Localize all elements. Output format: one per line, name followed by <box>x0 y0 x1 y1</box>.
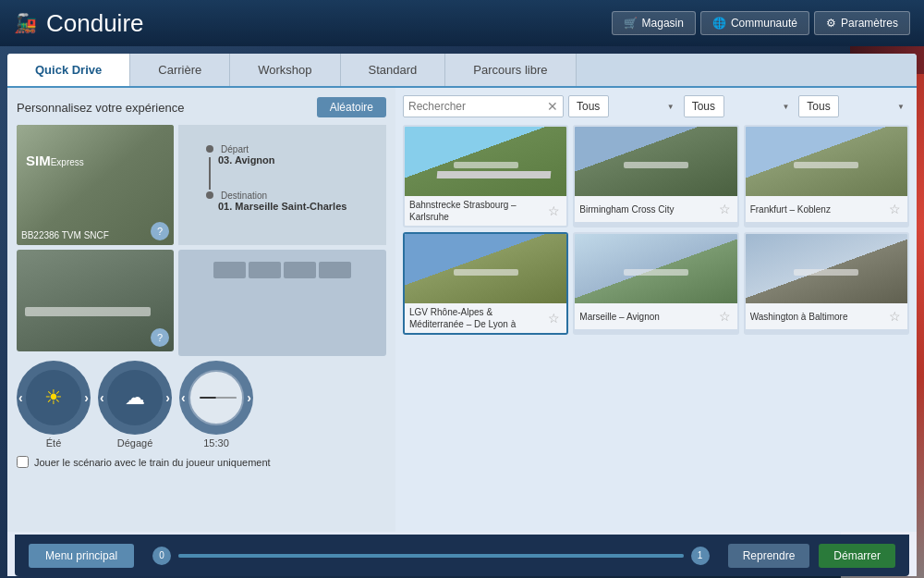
route-detail-panel: Départ 03. Avignon Destination 01. Marse… <box>178 125 386 245</box>
route-selector-top: SIMExpress BB22386 TVM SNCF ? Départ 03.… <box>17 125 386 245</box>
tab-parcours-libre[interactable]: Parcours libre <box>445 54 576 86</box>
route-card-footer: Bahnstrecke Strasbourg – Karlsruhe ☆ <box>405 196 566 226</box>
time-prev-button[interactable]: ‹ <box>181 390 186 405</box>
season-prev-button[interactable]: ‹ <box>18 390 23 405</box>
route-card-image <box>405 127 566 196</box>
reprendre-button[interactable]: Reprendre <box>728 544 810 568</box>
route-line <box>209 157 211 190</box>
dest-name: 01. Marseille Saint-Charles <box>218 201 346 212</box>
route-card-image <box>575 127 736 196</box>
main-menu-button[interactable]: Menu principal <box>29 544 134 568</box>
filter3-select[interactable]: Tous <box>798 95 839 117</box>
route-card-name: Birmingham Cross City <box>579 203 716 215</box>
depart-name: 03. Avignon <box>218 154 275 166</box>
filters-row: ✕ Tous Tous Tous <box>403 95 909 117</box>
left-panel: Personnalisez votre expérience Aléatoire… <box>7 88 395 532</box>
thumbnail-bg <box>17 125 174 245</box>
tab-workshop[interactable]: Workshop <box>230 54 340 86</box>
train-decoration <box>794 162 858 168</box>
depart-dot <box>206 145 213 153</box>
filter-and-search-wrap: ✕ Tous Tous Tous <box>403 95 909 117</box>
player-train-checkbox[interactable] <box>17 456 29 468</box>
route-card-footer: Frankfurt – Koblenz ☆ <box>746 196 907 222</box>
train-decoration <box>794 269 858 276</box>
sim-express-logo: SIMExpress <box>26 153 84 168</box>
main-content: Quick Drive Carrière Workshop Standard P… <box>7 54 917 576</box>
route-card[interactable]: Bahnstrecke Strasbourg – Karlsruhe ☆ <box>403 125 568 228</box>
train-icon-4 <box>319 262 351 278</box>
route-card[interactable]: Frankfurt – Koblenz ☆ <box>744 125 909 228</box>
shop-label: Magasin <box>642 17 684 30</box>
panel-header: Personnalisez votre expérience Aléatoire <box>17 97 386 117</box>
tabs-bar: Quick Drive Carrière Workshop Standard P… <box>7 54 917 88</box>
route-map-panel <box>178 250 386 356</box>
star-button[interactable]: ☆ <box>887 202 903 216</box>
route-card-image <box>575 234 736 303</box>
train-decoration <box>624 269 688 276</box>
tab-carriere[interactable]: Carrière <box>130 54 230 86</box>
season-dial-inner: ☀ <box>26 370 81 425</box>
filter2-select[interactable]: Tous <box>684 95 724 117</box>
route-card-image <box>746 234 907 303</box>
community-button[interactable]: 🌐 Communauté <box>700 11 809 35</box>
search-input[interactable] <box>408 100 547 113</box>
tab-standard[interactable]: Standard <box>341 54 446 86</box>
train-logo-icon: 🚂 <box>14 12 37 34</box>
star-button[interactable]: ☆ <box>887 309 903 324</box>
time-dial[interactable]: ‹ › <box>179 361 253 435</box>
route-card[interactable]: LGV Rhône-Alpes & Méditerranée – De Lyon… <box>403 232 568 335</box>
dest-dot <box>206 191 213 199</box>
route-thumbnail-main[interactable]: SIMExpress BB22386 TVM SNCF ? <box>17 125 174 245</box>
search-clear-icon[interactable]: ✕ <box>547 99 558 114</box>
star-button[interactable]: ☆ <box>546 203 562 218</box>
train-icon-1 <box>213 262 246 278</box>
slider-right-value: 1 <box>691 547 710 565</box>
dest-point: Destination 01. Marseille Saint-Charles <box>206 190 346 212</box>
demarrer-button[interactable]: Démarrer <box>819 544 895 568</box>
shop-button[interactable]: 🛒 Magasin <box>612 11 696 35</box>
route-selector-bottom: ? <box>17 250 386 356</box>
filter3-wrap: Tous <box>798 95 909 117</box>
star-button[interactable]: ☆ <box>717 202 733 216</box>
community-icon: 🌐 <box>712 17 726 30</box>
app-title: 🚂 Conduire <box>14 9 612 38</box>
season-control: ‹ ☀ › Été <box>17 361 91 449</box>
route-thumb-sm-left[interactable]: ? <box>17 250 174 351</box>
filter1-wrap: Tous <box>568 95 679 117</box>
time-next-button[interactable]: › <box>247 390 251 405</box>
clock-min-hand <box>216 398 237 399</box>
route-card[interactable]: Birmingham Cross City ☆ <box>573 125 738 228</box>
route-card[interactable]: Marseille – Avignon ☆ <box>573 232 738 335</box>
help-button[interactable]: ? <box>151 222 169 240</box>
route-card-image <box>746 127 907 196</box>
top-bar: 🚂 Conduire 🛒 Magasin 🌐 Communauté ⚙ Para… <box>0 0 924 46</box>
help-button-2[interactable]: ? <box>151 328 169 347</box>
filter2-wrap: Tous <box>684 95 795 117</box>
time-label: 15:30 <box>203 437 229 449</box>
filter1-select[interactable]: Tous <box>568 95 609 117</box>
clock-hour-hand <box>200 397 216 399</box>
weather-prev-button[interactable]: ‹ <box>100 390 104 405</box>
weather-dial[interactable]: ‹ ☁ › <box>98 361 172 435</box>
route-card-footer: Washington à Baltimore ☆ <box>746 303 907 329</box>
train-decoration <box>454 269 518 276</box>
tab-quick-drive[interactable]: Quick Drive <box>7 54 130 86</box>
season-label: Été <box>46 437 62 449</box>
star-button[interactable]: ☆ <box>546 311 562 326</box>
slider-left-value: 0 <box>152 547 171 565</box>
route-card-footer: LGV Rhône-Alpes & Méditerranée – De Lyon… <box>405 303 566 333</box>
weather-next-button[interactable]: › <box>165 390 170 405</box>
shop-icon: 🛒 <box>624 17 638 30</box>
settings-label: Paramètres <box>841 17 898 30</box>
route-card-name: Marseille – Avignon <box>579 311 716 323</box>
right-panel: ✕ Tous Tous Tous <box>395 88 917 532</box>
settings-button[interactable]: ⚙ Paramètres <box>814 11 910 35</box>
random-button[interactable]: Aléatoire <box>317 97 386 117</box>
season-next-button[interactable]: › <box>84 390 89 405</box>
season-dial[interactable]: ‹ ☀ › <box>17 361 91 435</box>
star-button[interactable]: ☆ <box>717 309 733 324</box>
route-card[interactable]: Washington à Baltimore ☆ <box>744 232 909 335</box>
route-card-footer: Marseille – Avignon ☆ <box>575 303 736 329</box>
controls-row: ‹ ☀ › Été ‹ ☁ › Dégagé <box>17 361 386 449</box>
slider-track[interactable] <box>178 554 684 558</box>
